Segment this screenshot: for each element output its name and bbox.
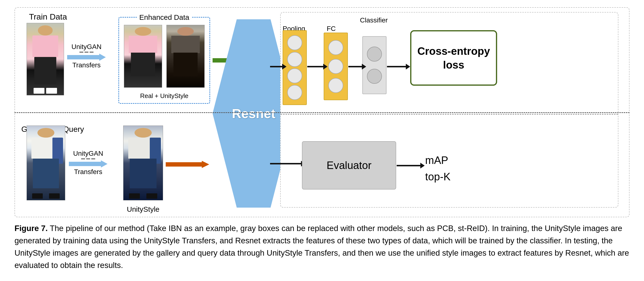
enhanced-person-1 — [124, 25, 162, 88]
unitygan-label-bottom: UnityGAN — [73, 150, 103, 157]
train-person-image — [26, 23, 64, 95]
orange-arrow — [166, 161, 209, 168]
h-divider — [14, 112, 630, 113]
evaluator-box: Evaluator — [302, 141, 396, 190]
evaluator-text: Evaluator — [326, 159, 372, 171]
unitygan-label-top: UnityGAN — [72, 43, 102, 51]
arrow-resnet-to-evaluator — [270, 163, 302, 164]
unitygan-arrow-top: UnityGAN Transfers — [67, 43, 106, 69]
real-unitystyle-label: Real + UnityStyle — [140, 92, 188, 100]
figure-num: Figure 7. — [14, 224, 48, 233]
unitygan-arrow-bottom: UnityGAN Transfers — [69, 150, 108, 176]
enhanced-person-2 — [166, 25, 204, 88]
transfers-label-top: Transfers — [72, 61, 100, 69]
map-topk-label: mAP top-K — [425, 152, 450, 185]
resnet-label: Resnet — [232, 106, 276, 121]
unitystyle-person-image — [123, 126, 163, 200]
caption-text: The pipeline of our method (Take IBN as … — [14, 224, 629, 270]
train-data-label: Train Data — [29, 12, 67, 21]
enhanced-data-label: Enhanced Data — [137, 13, 192, 21]
arrow-classifier-to-cross-entropy — [387, 66, 406, 67]
arrow-evaluator-to-map — [397, 165, 421, 166]
cross-entropy-box: Cross-entropy loss — [410, 30, 497, 86]
transfers-label-bottom: Transfers — [74, 168, 102, 176]
cross-entropy-text: Cross-entropy loss — [418, 44, 490, 72]
enhanced-data-box: Enhanced Data Real + UnityStyle — [118, 17, 210, 104]
unitystyle-label: UnityStyle — [123, 205, 163, 213]
arrow-fc-to-classifier — [348, 66, 362, 67]
classifier-label: Classifier — [360, 16, 388, 24]
gallery-person-image — [26, 126, 65, 200]
caption: Figure 7. The pipeline of our method (Ta… — [14, 222, 630, 272]
arrow-pooling-to-fc — [307, 66, 324, 67]
arrow-resnet-to-pooling — [270, 66, 283, 67]
